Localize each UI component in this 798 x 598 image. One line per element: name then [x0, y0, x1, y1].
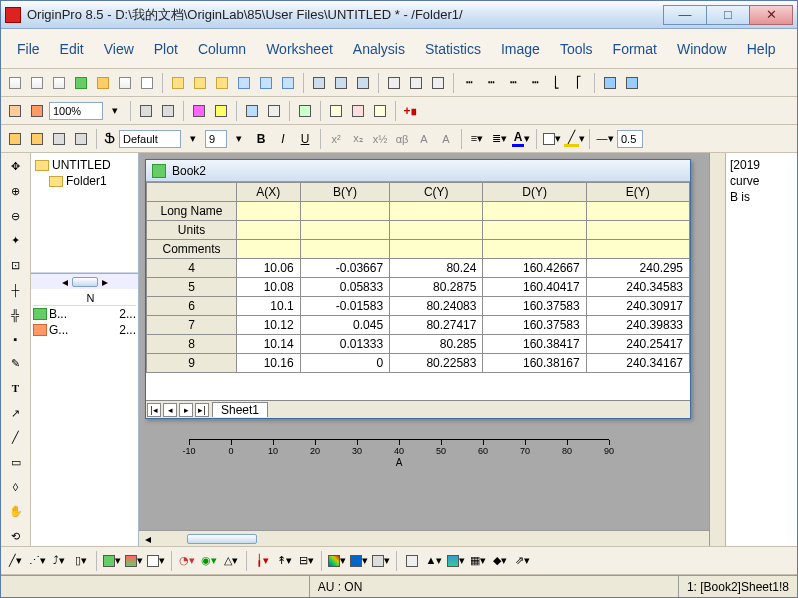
sheet-tab[interactable]: Sheet1: [212, 402, 268, 417]
area-plot-button[interactable]: ▾: [102, 551, 122, 571]
font-name-input[interactable]: [119, 130, 181, 148]
mdi-scrollbar[interactable]: ◂: [139, 530, 709, 546]
3d-symbol-button[interactable]: ◆▾: [490, 551, 510, 571]
bracket1-button[interactable]: ⎣: [547, 73, 567, 93]
cell[interactable]: 0: [300, 354, 389, 373]
layer-button[interactable]: [326, 101, 346, 121]
col-header[interactable]: A(X): [237, 183, 301, 202]
meta-longname[interactable]: Long Name: [147, 202, 237, 221]
row-header[interactable]: 8: [147, 335, 237, 354]
save-button[interactable]: [234, 73, 254, 93]
workbook-window[interactable]: Book2 A(X) B(Y) C(Y) D(Y) E(Y) Long Name…: [145, 159, 691, 419]
cell[interactable]: 240.30917: [586, 297, 689, 316]
recalc2-button[interactable]: [428, 73, 448, 93]
cell[interactable]: 160.37583: [483, 316, 586, 335]
menu-edit[interactable]: Edit: [50, 39, 94, 59]
cell[interactable]: 240.295: [586, 259, 689, 278]
menu-worksheet[interactable]: Worksheet: [256, 39, 343, 59]
arrow-tool[interactable]: ↗: [5, 403, 27, 423]
tree-root[interactable]: UNTITLED: [35, 157, 134, 173]
cell[interactable]: 80.285: [390, 335, 483, 354]
new-layout-button[interactable]: [115, 73, 135, 93]
menu-file[interactable]: File: [7, 39, 50, 59]
rescale-tool[interactable]: ✦: [5, 231, 27, 251]
cell[interactable]: 80.24083: [390, 297, 483, 316]
save-project-button[interactable]: [278, 73, 298, 93]
org-button[interactable]: [295, 101, 315, 121]
results-log[interactable]: [2019 curve B is: [725, 153, 797, 546]
template-library-button[interactable]: [402, 551, 422, 571]
import-ascii-button[interactable]: [331, 73, 351, 93]
rectangle-tool[interactable]: ▭: [5, 453, 27, 473]
data-reader-tool[interactable]: ┼: [5, 280, 27, 300]
cell[interactable]: 160.37583: [483, 297, 586, 316]
results-log-button[interactable]: [27, 101, 47, 121]
open-excel-button[interactable]: [212, 73, 232, 93]
menu-column[interactable]: Column: [188, 39, 256, 59]
menu-window[interactable]: Window: [667, 39, 737, 59]
cell[interactable]: 160.38417: [483, 335, 586, 354]
cell[interactable]: 160.38167: [483, 354, 586, 373]
scatter-plot-button[interactable]: ⋰▾: [27, 551, 47, 571]
supersub-button[interactable]: x½: [370, 129, 390, 149]
cell[interactable]: 240.39833: [586, 316, 689, 335]
zoom-out-tool[interactable]: ⊖: [5, 206, 27, 226]
col-header[interactable]: D(Y): [483, 183, 586, 202]
refresh-button[interactable]: [600, 73, 620, 93]
import-multi-button[interactable]: [353, 73, 373, 93]
cell[interactable]: -0.03667: [300, 259, 389, 278]
merge-button[interactable]: [370, 101, 390, 121]
menu-view[interactable]: View: [94, 39, 144, 59]
meta-units[interactable]: Units: [147, 221, 237, 240]
duplicate-button[interactable]: [622, 73, 642, 93]
sheet-nav-next-icon[interactable]: ▸: [179, 403, 193, 417]
add-column-button[interactable]: +∎: [401, 101, 421, 121]
layer1-button[interactable]: [5, 129, 25, 149]
layer4-button[interactable]: [71, 129, 91, 149]
add-layer-button[interactable]: [348, 101, 368, 121]
superscript-button[interactable]: x²: [326, 129, 346, 149]
screen-reader-tool[interactable]: ⊡: [5, 256, 27, 276]
col-header[interactable]: E(Y): [586, 183, 689, 202]
image-plot-button[interactable]: ▾: [349, 551, 369, 571]
stack-plot-button[interactable]: ▾: [124, 551, 144, 571]
sheet-nav-prev-icon[interactable]: ◂: [163, 403, 177, 417]
slide2-button[interactable]: [211, 101, 231, 121]
text-tool[interactable]: T: [5, 379, 27, 399]
print-preview-button[interactable]: [158, 101, 178, 121]
slide-button[interactable]: [189, 101, 209, 121]
maximize-button[interactable]: □: [706, 5, 750, 25]
dash4-button[interactable]: ┅: [525, 73, 545, 93]
cell[interactable]: 10.06: [237, 259, 301, 278]
recalc-button[interactable]: [406, 73, 426, 93]
region-tool[interactable]: ◊: [5, 477, 27, 497]
command-window-button[interactable]: [264, 101, 284, 121]
meta-comments[interactable]: Comments: [147, 240, 237, 259]
project-tree[interactable]: UNTITLED Folder1: [31, 153, 138, 273]
pan-tool[interactable]: ✋: [5, 502, 27, 522]
cell[interactable]: 160.42667: [483, 259, 586, 278]
line-style-button[interactable]: —▾: [595, 129, 615, 149]
open-button[interactable]: [168, 73, 188, 93]
cell[interactable]: 10.08: [237, 278, 301, 297]
font-size-dropdown-icon[interactable]: ▾: [229, 129, 249, 149]
menu-image[interactable]: Image: [491, 39, 550, 59]
fill-color-button[interactable]: ▾: [542, 129, 562, 149]
cell[interactable]: 80.2875: [390, 278, 483, 297]
open-template-button[interactable]: [190, 73, 210, 93]
increase-font-button[interactable]: A: [414, 129, 434, 149]
font-size-input[interactable]: [205, 130, 227, 148]
cell[interactable]: 80.22583: [390, 354, 483, 373]
mdi-vscrollbar[interactable]: [709, 153, 725, 546]
draw-data-tool[interactable]: ✎: [5, 354, 27, 374]
sheet-nav-last-icon[interactable]: ▸|: [195, 403, 209, 417]
cell[interactable]: 80.24: [390, 259, 483, 278]
menu-analysis[interactable]: Analysis: [343, 39, 415, 59]
row-header[interactable]: 4: [147, 259, 237, 278]
new-graph-button[interactable]: [93, 73, 113, 93]
tree-scrollbar[interactable]: ◂▸: [31, 273, 138, 289]
import-wizard-button[interactable]: [309, 73, 329, 93]
zoom-in-tool[interactable]: ⊕: [5, 182, 27, 202]
cell[interactable]: -0.01583: [300, 297, 389, 316]
bold-button[interactable]: B: [251, 129, 271, 149]
